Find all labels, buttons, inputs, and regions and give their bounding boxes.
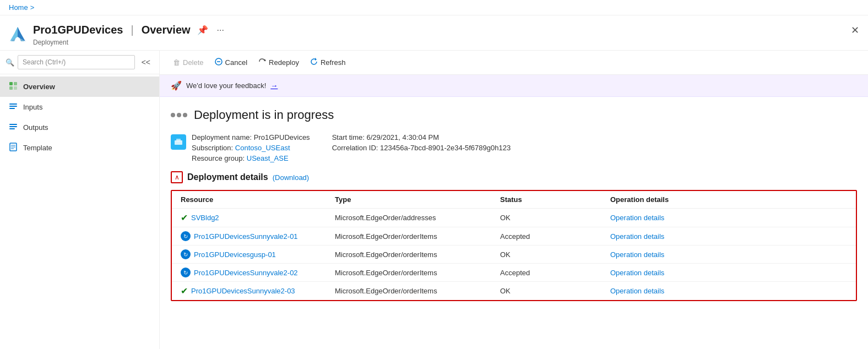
operation-cell: Operation details [601,246,856,264]
download-link[interactable]: (Download) [273,173,309,182]
deployment-status-text: Deployment is in progress [194,108,334,122]
more-button[interactable]: ··· [215,23,226,37]
sidebar-item-outputs-label: Outputs [23,123,48,132]
resource-cell: ✔SVBldg2 [172,209,326,227]
table-row: ↻Pro1GPUDevicesSunnyvale2-02Microsoft.Ed… [172,264,856,282]
deployment-name-row: Deployment name: Pro1GPUDevices [192,133,310,141]
start-time-row: Start time: 6/29/2021, 4:30:04 PM [332,133,511,141]
main-layout: 🔍 << Overview [0,51,868,349]
content-area: 🗑 Delete Cancel Redeploy Refresh [160,51,868,349]
toolbar: 🗑 Delete Cancel Redeploy Refresh [160,51,868,75]
operation-details-link[interactable]: Operation details [610,250,664,259]
operation-details-link[interactable]: Operation details [610,269,664,277]
sidebar-item-template[interactable]: Template [0,138,159,158]
subscription-link[interactable]: Contoso_USEast [235,144,290,152]
svg-rect-9 [9,108,15,109]
correlation-value: 123456a-7bcd-8901-2e34-5f6789g0h123 [380,144,511,152]
ok-icon: ✔ [181,212,188,223]
svg-rect-3 [9,82,13,85]
svg-rect-5 [9,86,13,90]
col-type: Type [326,191,491,209]
details-header: ∧ Deployment details (Download) [171,171,857,183]
resource-group-row: Resource group: USeast_ASE [192,154,310,162]
operation-cell: Operation details [601,282,856,301]
sidebar-item-outputs[interactable]: Outputs [0,117,159,138]
resource-cell: ✔Pro1GPUDevicesSunnyvale2-03 [172,282,326,301]
svg-marker-20 [315,58,317,61]
refresh-button[interactable]: Refresh [306,55,350,70]
type-cell: Microsoft.EdgeOrder/orderItems [326,246,491,264]
sidebar-item-inputs[interactable]: Inputs [0,97,159,117]
subscription-row: Subscription: Contoso_USEast [192,144,310,152]
delete-label: Delete [183,58,204,67]
search-bar: 🔍 << [0,51,159,74]
sidebar-item-overview-label: Overview [23,83,55,91]
deployment-info-right: Start time: 6/29/2021, 4:30:04 PM Correl… [332,133,511,162]
refresh-label: Refresh [321,58,346,67]
col-resource: Resource [172,191,326,209]
resource-link[interactable]: Pro1GPUDevicesSunnyvale2-01 [194,232,298,241]
svg-rect-12 [9,128,15,129]
deployment-status: Deployment is in progress [171,108,857,122]
azure-logo [9,26,26,43]
cancel-button[interactable]: Cancel [210,55,252,70]
resource-group-link[interactable]: USeast_ASE [247,154,289,162]
start-time-value: 6/29/2021, 4:30:04 PM [367,133,440,141]
operation-cell: Operation details [601,264,856,282]
resource-link[interactable]: Pro1GPUDevicesSunnyvale2-03 [191,287,295,295]
redeploy-icon [258,58,266,67]
title-bar-title: Pro1GPUDevices | Overview 📌 ··· [33,23,859,37]
status-cell: Accepted [491,227,601,246]
operation-details-link[interactable]: Operation details [610,214,664,222]
table-row: ↻Pro1GPUDevicesgusp-01Microsoft.EdgeOrde… [172,246,856,264]
in-progress-icon: ↻ [181,268,191,277]
search-input[interactable] [18,55,135,69]
search-icon: 🔍 [6,58,14,67]
status-dots [171,113,187,117]
refresh-icon [310,58,318,67]
type-cell: Microsoft.EdgeOrder/addresses [326,209,491,227]
resource-link[interactable]: Pro1GPUDevicesSunnyvale2-02 [194,269,298,277]
deployment-details: ∧ Deployment details (Download) Resource… [160,171,868,301]
sidebar-item-overview[interactable]: Overview [0,77,159,97]
outputs-icon [9,122,18,133]
resource-link[interactable]: SVBldg2 [191,214,219,222]
table-row: ✔Pro1GPUDevicesSunnyvale2-03Microsoft.Ed… [172,282,856,301]
sidebar-item-inputs-label: Inputs [23,103,42,111]
delete-button[interactable]: 🗑 Delete [169,56,208,69]
status-cell: Accepted [491,264,601,282]
overview-icon [9,81,18,92]
feedback-text: We'd love your feedback! [186,81,266,90]
delete-icon: 🗑 [173,58,180,67]
table-row: ✔SVBldg2Microsoft.EdgeOrder/addressesOKO… [172,209,856,227]
svg-rect-10 [9,124,17,125]
pin-button[interactable]: 📌 [195,23,210,37]
col-operation: Operation details [601,191,856,209]
ok-icon: ✔ [181,286,188,296]
operation-details-link[interactable]: Operation details [610,287,664,295]
page-name: Overview [142,24,191,36]
resource-link[interactable]: Pro1GPUDevicesgusp-01 [194,250,276,259]
sidebar: 🔍 << Overview [0,51,160,349]
sidebar-item-template-label: Template [23,144,52,152]
svg-rect-8 [9,106,17,107]
breadcrumb: Home > [0,0,868,15]
type-cell: Microsoft.EdgeOrder/orderItems [326,227,491,246]
close-button[interactable]: ✕ [851,24,859,36]
deployment-info: Deployment name: Pro1GPUDevices Subscrip… [160,128,868,171]
svg-rect-6 [14,86,17,90]
collapse-details-button[interactable]: ∧ [171,171,183,183]
deployment-table: Resource Type Status Operation details ✔… [172,191,856,300]
collapse-sidebar-button[interactable]: << [138,57,154,68]
table-body: ✔SVBldg2Microsoft.EdgeOrder/addressesOKO… [172,209,856,301]
title-separator: | [131,24,133,36]
operation-cell: Operation details [601,227,856,246]
resource-cell: ↻Pro1GPUDevicesgusp-01 [172,246,326,264]
col-status: Status [491,191,601,209]
title-bar: Pro1GPUDevices | Overview 📌 ··· Deployme… [0,15,868,51]
operation-details-link[interactable]: Operation details [610,232,664,241]
breadcrumb-home[interactable]: Home [9,3,28,12]
feedback-link[interactable]: → [270,81,278,90]
title-bar-text: Pro1GPUDevices | Overview 📌 ··· Deployme… [33,23,859,46]
redeploy-button[interactable]: Redeploy [254,55,303,70]
